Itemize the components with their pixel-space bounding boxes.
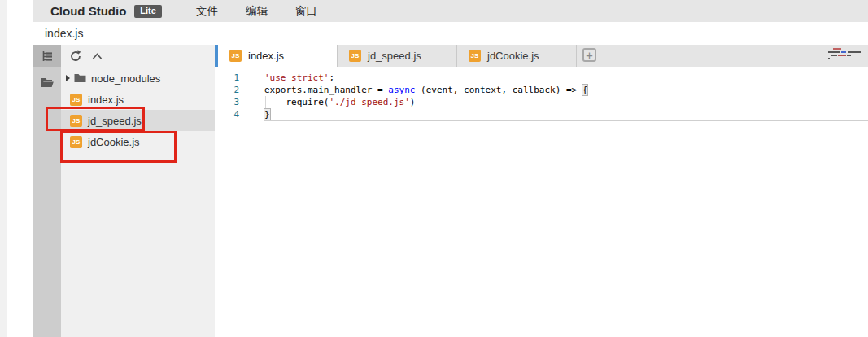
javascript-file-icon: JS bbox=[70, 136, 82, 148]
minimap-segment bbox=[833, 48, 841, 50]
code-line: 4} bbox=[215, 108, 868, 121]
folder-icon bbox=[74, 73, 86, 83]
minimap-segment bbox=[848, 51, 861, 53]
lite-badge: Lite bbox=[134, 5, 162, 18]
minimap-row bbox=[828, 51, 864, 53]
file-explorer-panel: node_modulesJSindex.jsJSjd_speed.jsJSjdC… bbox=[61, 45, 215, 337]
minimap-segment bbox=[831, 55, 837, 56]
tree-item-label: jd_speed.js bbox=[88, 115, 142, 127]
tab-label: index.js bbox=[248, 50, 284, 62]
code-token-plain: require( bbox=[264, 97, 329, 107]
explorer-toolbar bbox=[61, 45, 215, 67]
app-frame: Cloud Studio Lite 文件编辑窗口 index.js bbox=[33, 0, 868, 337]
code-line: 3 require('./jd_speed.js') bbox=[215, 96, 868, 108]
tree-item-label: node_modules bbox=[91, 72, 160, 85]
tab-index-js[interactable]: JSindex.js bbox=[218, 45, 338, 67]
line-number: 3 bbox=[215, 96, 239, 108]
activity-bar bbox=[33, 45, 61, 337]
code-token-string: 'use strict' bbox=[264, 72, 329, 83]
app-logo-text: Cloud Studio bbox=[50, 4, 126, 18]
code-token-plain: exports.main_handler = bbox=[264, 85, 388, 95]
tab-jdcookie-js[interactable]: JSjdCookie.js bbox=[457, 45, 577, 67]
code-editor[interactable]: 1'use strict';2exports.main_handler = as… bbox=[215, 67, 868, 121]
tab-bar: JSindex.jsJSjd_speed.jsJSjdCookie.js+ bbox=[215, 45, 868, 67]
breadcrumb: index.js bbox=[33, 22, 868, 45]
code-token-plain: ) bbox=[410, 97, 416, 107]
code-token-string: './jd_speed.js' bbox=[329, 97, 409, 107]
tab-label: jd_speed.js bbox=[368, 50, 421, 62]
menu-item-edit[interactable]: 编辑 bbox=[246, 4, 268, 19]
tree-item-label: index.js bbox=[88, 94, 124, 106]
tab-jd-speed-js[interactable]: JSjd_speed.js bbox=[338, 45, 457, 67]
minimap-segment bbox=[828, 58, 830, 59]
tree-item-label: jdCookie.js bbox=[88, 136, 140, 148]
code-line-content: exports.main_handler = async (event, con… bbox=[264, 84, 868, 96]
minimap-row bbox=[828, 48, 864, 50]
activity-button-explorer[interactable] bbox=[33, 72, 61, 94]
new-tab-button[interactable]: + bbox=[582, 48, 596, 62]
minimap[interactable] bbox=[828, 48, 864, 61]
minimap-row bbox=[828, 55, 864, 56]
refresh-icon[interactable] bbox=[70, 50, 81, 62]
tree-item-index-js[interactable]: JSindex.js bbox=[61, 89, 215, 110]
editor-area: JSindex.jsJSjd_speed.jsJSjdCookie.js+ 1'… bbox=[215, 45, 868, 337]
javascript-file-icon: JS bbox=[70, 94, 82, 106]
tree-item-node-modules[interactable]: node_modules bbox=[61, 68, 215, 89]
javascript-file-icon: JS bbox=[469, 50, 481, 62]
code-token-bracket: } bbox=[264, 109, 270, 120]
menu-bar: 文件编辑窗口 bbox=[196, 4, 317, 19]
folder-open-icon bbox=[40, 77, 55, 89]
code-token-bracket: { bbox=[582, 85, 588, 95]
file-tree: node_modulesJSindex.jsJSjd_speed.jsJSjdC… bbox=[61, 67, 215, 152]
code-line: 2exports.main_handler = async (event, co… bbox=[215, 84, 868, 96]
minimap-segment bbox=[847, 55, 851, 56]
cloud-studio-window: Cloud Studio Lite 文件编辑窗口 index.js bbox=[0, 0, 868, 337]
main-area: node_modulesJSindex.jsJSjd_speed.jsJSjdC… bbox=[33, 45, 868, 337]
code-line: 1'use strict'; bbox=[215, 72, 868, 84]
title-bar: Cloud Studio Lite 文件编辑窗口 bbox=[33, 0, 868, 22]
splitter-indicator[interactable] bbox=[215, 45, 218, 67]
minimap-segment bbox=[828, 51, 840, 53]
menu-item-file[interactable]: 文件 bbox=[196, 4, 218, 19]
collapsed-arrow-icon bbox=[66, 75, 70, 81]
tab-label: jdCookie.js bbox=[487, 50, 539, 62]
outline-tree-icon bbox=[41, 50, 54, 63]
javascript-file-icon: JS bbox=[70, 115, 82, 127]
minimap-segment bbox=[841, 51, 846, 53]
code-line-content: 'use strict'; bbox=[264, 72, 868, 84]
minimap-segment bbox=[838, 55, 846, 56]
menu-item-window[interactable]: 窗口 bbox=[295, 4, 317, 19]
code-line-content: require('./jd_speed.js') bbox=[264, 96, 868, 108]
tree-item-jdcookie-js[interactable]: JSjdCookie.js bbox=[61, 131, 215, 152]
code-token-plain: ; bbox=[329, 72, 334, 83]
javascript-file-icon: JS bbox=[349, 50, 361, 62]
javascript-file-icon: JS bbox=[229, 50, 242, 62]
activity-button-outline[interactable] bbox=[33, 45, 61, 67]
line-number: 2 bbox=[215, 84, 239, 96]
line-number: 4 bbox=[215, 108, 239, 121]
code-token-keyword: async bbox=[388, 85, 415, 95]
tree-item-jd-speed-js[interactable]: JSjd_speed.js bbox=[61, 110, 215, 131]
collapse-up-icon[interactable] bbox=[92, 52, 103, 60]
minimap-row bbox=[828, 58, 864, 59]
left-gutter-strip bbox=[0, 0, 7, 337]
code-token-plain: (event, context, callback) => bbox=[415, 85, 582, 95]
line-number: 1 bbox=[215, 72, 239, 84]
breadcrumb-file-name[interactable]: index.js bbox=[45, 27, 83, 40]
code-line-content: } bbox=[264, 108, 868, 121]
